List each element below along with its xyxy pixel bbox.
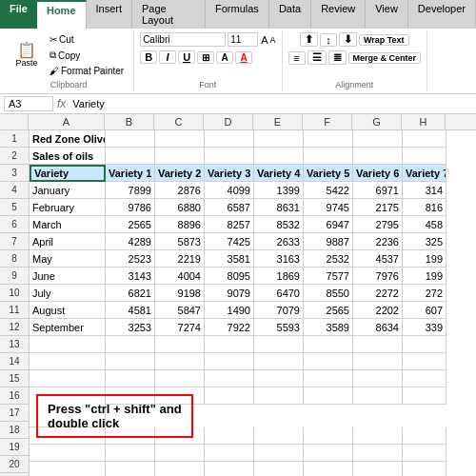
cell-18-D[interactable]: [205, 445, 254, 462]
cell-3-H[interactable]: Variety 7: [403, 165, 446, 182]
row-header-4[interactable]: 4: [0, 182, 29, 199]
cell-4-E[interactable]: 1399: [254, 182, 304, 199]
cell-14-B[interactable]: [106, 353, 155, 370]
cell-17-G[interactable]: [353, 427, 403, 445]
cell-6-C[interactable]: 8896: [155, 216, 205, 233]
cell-9-G[interactable]: 7976: [353, 268, 403, 285]
cell-2-D[interactable]: [205, 148, 254, 165]
cell-3-E[interactable]: Variety 4: [254, 165, 304, 182]
cell-12-D[interactable]: 7922: [205, 319, 254, 336]
paste-button[interactable]: 📋 Paste: [10, 33, 44, 77]
cell-15-G[interactable]: [353, 370, 403, 387]
cell-11-G[interactable]: 2202: [353, 302, 403, 319]
cell-18-G[interactable]: [353, 445, 403, 462]
cell-3-C[interactable]: Variety 2: [155, 165, 205, 182]
align-center-button[interactable]: ☰: [307, 50, 327, 65]
cell-1-A[interactable]: Red Zone Olive Oil Company: [30, 130, 106, 148]
cell-7-C[interactable]: 5873: [155, 233, 205, 250]
cell-14-E[interactable]: [254, 353, 304, 370]
cell-1-G[interactable]: [353, 130, 403, 148]
cell-19-D[interactable]: [205, 462, 254, 476]
col-header-f[interactable]: F: [303, 114, 352, 129]
cell-10-H[interactable]: 272: [403, 285, 446, 302]
formula-input[interactable]: [69, 96, 472, 111]
cell-14-A[interactable]: [30, 353, 106, 370]
cell-15-F[interactable]: [304, 370, 353, 387]
cell-18-F[interactable]: [304, 445, 353, 462]
cell-10-E[interactable]: 6470: [254, 285, 304, 302]
cell-10-G[interactable]: 2272: [353, 285, 403, 302]
cell-7-H[interactable]: 325: [403, 233, 446, 250]
cell-1-F[interactable]: [304, 130, 353, 148]
tab-insert[interactable]: Insert: [87, 0, 133, 29]
cell-5-A[interactable]: February: [30, 199, 106, 216]
cell-14-D[interactable]: [205, 353, 254, 370]
cell-10-A[interactable]: July: [30, 285, 106, 302]
cell-3-G[interactable]: Variety 6: [353, 165, 403, 182]
cell-11-C[interactable]: 5847: [155, 302, 205, 319]
col-header-a[interactable]: A: [29, 114, 105, 129]
cell-5-E[interactable]: 8631: [254, 199, 304, 216]
cell-16-G[interactable]: [353, 387, 403, 405]
row-header-5[interactable]: 5: [0, 199, 29, 216]
cell-5-F[interactable]: 9745: [304, 199, 353, 216]
cell-8-H[interactable]: 199: [403, 250, 446, 268]
cell-19-F[interactable]: [304, 462, 353, 476]
cell-4-C[interactable]: 2876: [155, 182, 205, 199]
tab-data[interactable]: Data: [269, 0, 311, 29]
cell-9-E[interactable]: 1869: [254, 268, 304, 285]
cell-15-H[interactable]: [403, 370, 446, 387]
cell-16-D[interactable]: [205, 387, 254, 405]
cell-12-G[interactable]: 8634: [353, 319, 403, 336]
cell-16-H[interactable]: [403, 387, 446, 405]
row-header-8[interactable]: 8: [0, 250, 29, 268]
cell-14-H[interactable]: [403, 353, 446, 370]
row-header-7[interactable]: 7: [0, 233, 29, 250]
cell-8-E[interactable]: 3163: [254, 250, 304, 268]
cell-3-A[interactable]: Variety: [30, 165, 106, 182]
cell-18-B[interactable]: [106, 445, 155, 462]
wrap-text-button[interactable]: Wrap Text: [359, 34, 409, 46]
col-header-g[interactable]: G: [352, 114, 402, 129]
merge-center-button[interactable]: Merge & Center: [348, 52, 422, 64]
cell-18-A[interactable]: [30, 445, 106, 462]
cell-reference-input[interactable]: [4, 96, 53, 111]
tab-page-layout[interactable]: Page Layout: [132, 0, 206, 29]
cell-9-D[interactable]: 8095: [205, 268, 254, 285]
col-header-h[interactable]: H: [402, 114, 446, 129]
cell-19-G[interactable]: [353, 462, 403, 476]
cell-6-H[interactable]: 458: [403, 216, 446, 233]
align-top-button[interactable]: ⬆: [300, 32, 318, 47]
fill-color-button[interactable]: A: [216, 51, 233, 64]
row-header-6[interactable]: 6: [0, 216, 29, 233]
cell-15-C[interactable]: [155, 370, 205, 387]
cell-8-A[interactable]: May: [30, 250, 106, 268]
cell-17-F[interactable]: [304, 427, 353, 445]
cell-8-F[interactable]: 2532: [304, 250, 353, 268]
row-header-10[interactable]: 10: [0, 285, 29, 302]
tab-review[interactable]: Review: [311, 0, 366, 29]
font-name-input[interactable]: [140, 32, 226, 47]
cell-7-B[interactable]: 4289: [106, 233, 155, 250]
cell-6-B[interactable]: 2565: [106, 216, 155, 233]
row-header-3[interactable]: 3: [0, 165, 29, 182]
cell-9-C[interactable]: 4004: [155, 268, 205, 285]
cell-7-F[interactable]: 9887: [304, 233, 353, 250]
cut-button[interactable]: ✂ Cut: [46, 32, 128, 47]
row-header-13[interactable]: 13: [0, 336, 29, 353]
font-size-input[interactable]: [228, 32, 258, 47]
border-button[interactable]: ⊞: [197, 51, 214, 64]
align-middle-button[interactable]: ↕: [320, 33, 337, 47]
cell-2-B[interactable]: [106, 148, 155, 165]
cell-6-D[interactable]: 8257: [205, 216, 254, 233]
cell-12-B[interactable]: 3253: [106, 319, 155, 336]
cell-16-A[interactable]: Press "ctrl + shift" anddouble click: [30, 387, 106, 427]
row-header-2[interactable]: 2: [0, 148, 29, 165]
cell-15-D[interactable]: [205, 370, 254, 387]
row-header-12[interactable]: 12: [0, 319, 29, 336]
copy-button[interactable]: ⧉ Copy: [46, 48, 128, 63]
cell-2-A[interactable]: Sales of oils: [30, 148, 106, 165]
cell-9-H[interactable]: 199: [403, 268, 446, 285]
cell-7-A[interactable]: April: [30, 233, 106, 250]
cell-6-A[interactable]: March: [30, 216, 106, 233]
